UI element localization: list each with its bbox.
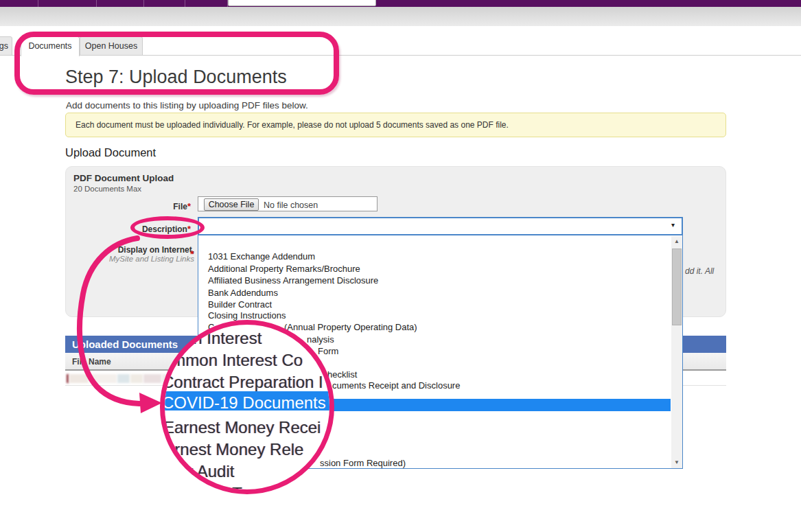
display-label-line2: MySite and Listing Links bbox=[82, 255, 194, 263]
help-text-fragment: dd it. All bbox=[685, 266, 714, 276]
scroll-up-arrow-icon[interactable]: ▲ bbox=[671, 236, 682, 247]
dropdown-scrollbar[interactable]: ▲ ▼ bbox=[671, 236, 682, 468]
nav-divider bbox=[185, 0, 185, 7]
choose-file-button[interactable]: Choose File bbox=[204, 198, 259, 211]
magnified-option-covid19: COVID-19 Documents bbox=[162, 393, 326, 413]
file-label: File* bbox=[103, 201, 191, 211]
dropdown-option-fragment[interactable]: Form bbox=[318, 346, 338, 356]
dropdown-option[interactable]: Builder Contract bbox=[208, 299, 272, 310]
notice-banner: Each document must be uploaded individua… bbox=[65, 113, 726, 137]
dropdown-option-fragment[interactable]: ssion Form Required) bbox=[320, 458, 406, 468]
dropdown-option-fragment[interactable]: (Annual Property Operating Data) bbox=[284, 322, 417, 332]
dropdown-option[interactable]: Closing Instructions bbox=[208, 310, 286, 321]
display-on-internet-label: Display on Internet, MySite and Listing … bbox=[82, 245, 194, 263]
magnified-option: Earnest Money Recei bbox=[163, 418, 321, 437]
magnified-option: arnest Money Rele bbox=[165, 440, 303, 459]
search-input[interactable] bbox=[228, 0, 376, 6]
dropdown-option-fragment[interactable]: nalysis bbox=[307, 334, 334, 345]
required-asterisk: * bbox=[187, 201, 191, 211]
panel-title: PDF Document Upload bbox=[73, 173, 174, 183]
redacted-segment bbox=[117, 374, 130, 383]
scrollbar-thumb[interactable] bbox=[672, 248, 682, 325]
description-select[interactable] bbox=[198, 217, 683, 235]
redacted-segment bbox=[67, 374, 69, 383]
chevron-down-icon[interactable]: ▾ bbox=[671, 221, 675, 229]
redacted-segment bbox=[143, 374, 161, 383]
intro-text: Add documents to this listing by uploadi… bbox=[66, 100, 308, 111]
nav-divider bbox=[143, 0, 144, 7]
dropdown-option[interactable]: 1031 Exchange Addendum bbox=[208, 251, 315, 262]
dropdown-option[interactable]: Bank Addendums bbox=[208, 288, 278, 298]
nav-divider bbox=[38, 0, 38, 7]
file-label-text: File bbox=[173, 202, 187, 211]
magnified-option: rgy Audit bbox=[170, 462, 234, 481]
redacted-segment bbox=[89, 374, 117, 383]
scroll-down-arrow-icon[interactable]: ▼ bbox=[671, 457, 682, 468]
tab-partial-left[interactable]: ngs bbox=[0, 36, 12, 56]
dropdown-option-fragment[interactable]: cuments Receipt and Disclosure bbox=[332, 380, 460, 391]
header-band bbox=[0, 7, 801, 26]
description-annotation-ellipse bbox=[130, 216, 205, 239]
magnified-option: ommon Interest Co bbox=[163, 351, 303, 370]
display-label-line1: Display on Internet, bbox=[82, 245, 194, 255]
section-title: Upload Document bbox=[65, 146, 156, 159]
top-navigation-bar bbox=[0, 0, 801, 7]
nav-divider bbox=[96, 0, 97, 7]
no-file-chosen-text: No file chosen bbox=[264, 200, 318, 210]
panel-subtitle: 20 Documents Max bbox=[73, 185, 141, 193]
file-name-header-text: File Name bbox=[72, 357, 111, 367]
required-asterisk: * bbox=[190, 248, 194, 259]
highlight-annotation-rectangle bbox=[14, 32, 339, 95]
magnifier-annotation-circle: mmon Interest ommon Interest Co Contract… bbox=[160, 320, 334, 494]
dropdown-option-fragment[interactable]: hecklist bbox=[327, 369, 357, 380]
dropdown-option[interactable]: Additional Property Remarks/Brochure bbox=[208, 264, 360, 274]
magnified-option: Y ST bbox=[206, 484, 242, 494]
redacted-segment bbox=[130, 374, 143, 383]
redacted-segment bbox=[69, 374, 89, 383]
magnified-option: Contract Preparation I bbox=[162, 373, 323, 392]
dropdown-option[interactable]: Affiliated Business Arrangement Disclosu… bbox=[208, 275, 378, 286]
uploaded-documents-title: Uploaded Documents bbox=[72, 338, 178, 350]
upload-documents-page: ngs Documents Open Houses Step 7: Upload… bbox=[0, 0, 801, 532]
